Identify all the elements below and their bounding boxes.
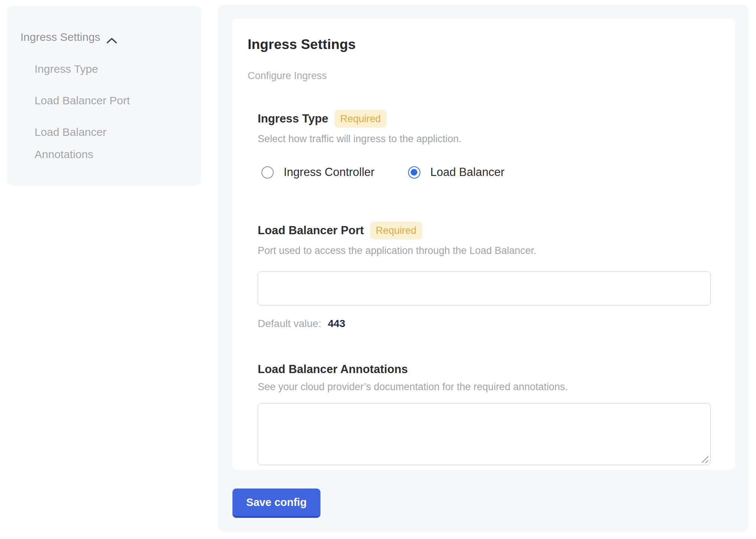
ingress-settings-card: Ingress Settings Configure Ingress Ingre… <box>232 19 735 470</box>
sidebar-group-label: Ingress Settings <box>20 30 100 45</box>
section-ingress-type: Ingress Type Required Select how traffic… <box>258 110 711 179</box>
load-balancer-port-label: Load Balancer Port <box>258 224 364 237</box>
radio-option-load-balancer[interactable]: Load Balancer <box>408 166 505 179</box>
required-badge: Required <box>335 110 387 128</box>
form-sections: Ingress Type Required Select how traffic… <box>258 110 711 465</box>
default-value-label: Default value: <box>258 318 321 329</box>
load-balancer-annotations-textarea-wrap <box>258 403 711 465</box>
sidebar-item-load-balancer-annotations[interactable]: Load Balancer Annotations <box>35 121 157 166</box>
ingress-type-radio-group: Ingress Controller Load Balancer <box>258 166 711 179</box>
sidebar-item-load-balancer-port[interactable]: Load Balancer Port <box>35 89 157 112</box>
load-balancer-port-input[interactable] <box>258 271 711 306</box>
ingress-settings-page: Ingress Settings Ingress Type Load Balan… <box>0 0 756 539</box>
load-balancer-annotations-description: See your cloud provider’s documentation … <box>258 381 711 393</box>
load-balancer-annotations-label: Load Balancer Annotations <box>258 363 408 376</box>
main-panel: Ingress Settings Configure Ingress Ingre… <box>218 5 749 532</box>
chevron-up-icon <box>106 33 117 41</box>
radio-label-ingress-controller: Ingress Controller <box>284 166 375 179</box>
radio-unselected-icon[interactable] <box>261 166 274 179</box>
ingress-type-label-row: Ingress Type Required <box>258 110 711 128</box>
ingress-type-label: Ingress Type <box>258 112 328 125</box>
resize-handle-icon[interactable] <box>701 456 709 463</box>
radio-option-ingress-controller[interactable]: Ingress Controller <box>261 166 375 179</box>
sidebar-group-ingress-settings[interactable]: Ingress Settings <box>20 30 190 45</box>
save-config-button[interactable]: Save config <box>232 489 320 518</box>
sidebar-item-ingress-type[interactable]: Ingress Type <box>35 58 157 80</box>
required-badge: Required <box>370 222 422 239</box>
load-balancer-port-label-row: Load Balancer Port Required <box>258 222 711 239</box>
page-title: Ingress Settings <box>248 37 735 52</box>
radio-label-load-balancer: Load Balancer <box>430 166 505 179</box>
radio-selected-icon[interactable] <box>408 166 420 179</box>
load-balancer-annotations-textarea[interactable] <box>258 403 711 465</box>
load-balancer-port-description: Port used to access the application thro… <box>258 245 711 257</box>
ingress-type-description: Select how traffic will ingress to the a… <box>258 133 711 145</box>
load-balancer-annotations-label-row: Load Balancer Annotations <box>258 363 711 376</box>
default-value: 443 <box>328 318 345 329</box>
section-load-balancer-annotations: Load Balancer Annotations See your cloud… <box>258 363 711 465</box>
page-subtitle: Configure Ingress <box>248 70 735 82</box>
settings-sidebar: Ingress Settings Ingress Type Load Balan… <box>7 6 201 186</box>
section-load-balancer-port: Load Balancer Port Required Port used to… <box>258 222 711 330</box>
default-value-row: Default value: 443 <box>258 317 711 330</box>
